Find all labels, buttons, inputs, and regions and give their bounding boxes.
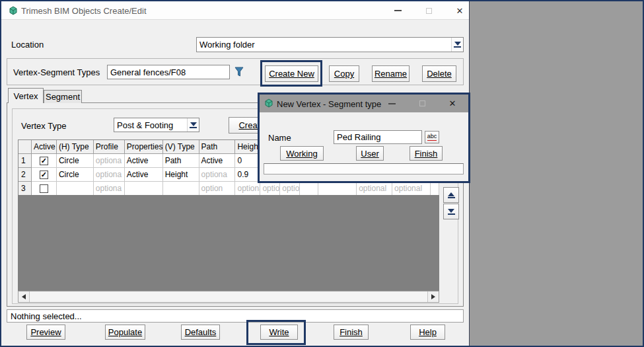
path-cell[interactable]: option [199,182,236,196]
active-checkbox[interactable] [40,184,48,193]
preview-button[interactable]: Preview [26,325,65,340]
popup-finish-button[interactable]: Finish [410,146,443,161]
path-cell[interactable]: optiona [199,168,236,182]
minimize-icon [388,103,396,104]
name-label: Name [268,133,291,143]
height-cell[interactable]: 0 [235,154,260,168]
check-icon: ✓ [41,157,47,165]
active-cell[interactable]: ✓ [32,154,57,168]
close-icon: ✕ [456,7,464,15]
v-type-cell[interactable] [163,182,199,196]
titlebar: Trimesh BIM Objects Create/Edit ✕ [1,1,469,20]
h-type-cell[interactable] [57,182,94,196]
tab-vertex[interactable]: Vertex [8,88,44,103]
name-field[interactable] [334,130,422,144]
location-dropdown-button[interactable] [451,38,463,52]
delete-button[interactable]: Delete [422,65,456,82]
cell[interactable] [431,182,439,196]
chevron-down-icon [190,122,197,126]
types-field[interactable] [107,65,230,79]
grid-empty-area [18,195,439,291]
active-checkbox[interactable]: ✓ [40,171,48,179]
active-checkbox[interactable]: ✓ [40,157,48,165]
roll-up-button[interactable] [443,187,459,203]
column-header-path: Path [199,140,236,154]
defaults-button[interactable]: Defaults [181,325,220,340]
app-icon [8,5,18,16]
popup-title: New Vertex - Segment type [277,99,381,109]
popup-close-button[interactable]: ✕ [443,95,462,112]
profile-cell[interactable]: optiona [94,168,125,182]
tab-segment-label: Segment [46,92,80,102]
finish-button[interactable]: Finish [334,325,369,340]
active-cell[interactable]: ✓ [32,168,57,182]
vertex-type-input[interactable] [114,118,199,132]
finish-label: Finish [340,327,363,337]
cell[interactable] [318,182,357,196]
abc-icon: abc [427,134,437,141]
profile-cell[interactable]: optiona [94,182,125,196]
rename-label: Rename [375,69,407,79]
name-input[interactable] [334,131,421,143]
cell[interactable] [300,182,318,196]
roll-underline-icon [448,197,455,198]
popup-app-icon [264,98,274,108]
vertex-type-label: Vertex Type [21,121,66,131]
properties-cell[interactable]: Active [125,154,163,168]
location-combobox[interactable] [196,37,464,52]
location-input[interactable] [197,38,463,52]
maximize-button[interactable] [417,1,440,20]
types-input[interactable] [108,65,229,79]
cell[interactable]: option [260,182,280,196]
properties-cell[interactable] [125,182,163,196]
close-button[interactable]: ✕ [448,1,470,20]
cell[interactable]: option [280,182,300,196]
scroll-right-button[interactable] [427,291,439,302]
filter-button[interactable] [233,65,245,79]
tab-segment[interactable]: Segment [44,90,82,103]
column-header-properties: Properties [125,140,163,154]
path-cell[interactable]: Active [199,154,236,168]
popup-minimize-button[interactable] [382,95,401,112]
roll-down-button[interactable] [443,204,459,219]
popup-maximize-button[interactable] [413,95,431,112]
chevron-down-icon [454,42,461,46]
height-cell[interactable]: optiona [235,182,260,196]
column-header-profile: Profile [94,140,125,154]
arrow-down-icon [448,209,454,213]
copy-button[interactable]: Copy [329,65,359,82]
filter-icon [234,67,244,77]
vertex-type-dropdown-button[interactable] [187,118,199,132]
minimize-button[interactable] [386,1,409,20]
status-text: Nothing selected... [11,311,82,321]
populate-button[interactable]: Populate [105,325,145,340]
row-number[interactable]: 2 [18,168,32,182]
tab-vertex-label: Vertex [14,91,38,101]
cell[interactable]: optional [392,182,431,196]
profile-cell[interactable]: optiona [94,154,125,168]
v-type-cell[interactable]: Height [163,168,199,182]
h-type-cell[interactable]: Circle [57,168,94,182]
spell-check-button[interactable]: abc [425,131,439,143]
working-button[interactable]: Working [280,146,324,161]
row-number[interactable]: 1 [18,154,32,168]
working-label: Working [286,149,317,159]
write-button[interactable]: Write [260,325,298,340]
height-cell[interactable]: 0.9 [235,168,260,182]
properties-cell[interactable]: Active [125,168,163,182]
cell[interactable]: optional [357,182,392,196]
vertex-type-combobox[interactable] [114,118,199,132]
preview-label: Preview [30,327,61,337]
column-header-active: Active [32,140,57,154]
create-new-button[interactable]: Create New [265,65,318,82]
user-button[interactable]: User [356,146,384,161]
horizontal-scrollbar[interactable] [18,291,439,303]
help-button[interactable]: Help [410,325,445,340]
v-type-cell[interactable]: Path [163,154,199,168]
active-cell[interactable] [32,182,57,196]
rename-button[interactable]: Rename [372,65,410,82]
window-title: Trimesh BIM Objects Create/Edit [21,6,147,16]
row-number[interactable]: 3 [18,182,32,196]
h-type-cell[interactable]: Circle [57,154,94,168]
scroll-left-button[interactable] [18,291,30,302]
